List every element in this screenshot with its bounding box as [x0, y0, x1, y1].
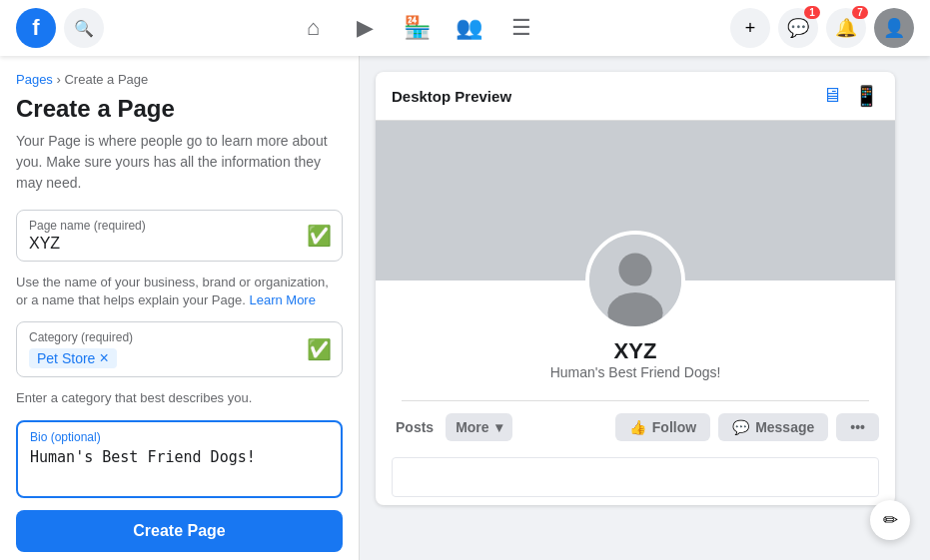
preview-icons: 🖥 📱: [822, 84, 879, 108]
category-tag-remove[interactable]: ×: [99, 350, 108, 366]
profile-avatar-button[interactable]: 👤: [874, 8, 914, 48]
notifications-badge: 7: [852, 6, 868, 19]
left-panel: Pages › Create a Page Create a Page Your…: [0, 56, 360, 560]
breadcrumb-pages-link[interactable]: Pages: [16, 72, 53, 87]
nav-center: ⌂ ▶ 🏪 👥 ☰: [290, 4, 545, 52]
bio-input-wrapper: Bio (optional) Human's Best Friend Dogs!: [16, 420, 343, 498]
page-name-check-icon: ✅: [307, 224, 332, 248]
nav-left: f 🔍: [16, 8, 104, 48]
edit-icon: ✏: [883, 509, 898, 531]
plus-icon: +: [745, 18, 756, 39]
svg-point-1: [618, 253, 651, 285]
page-title: Create a Page: [16, 95, 343, 123]
preview-body: XYZ Human's Best Friend Dogs! Posts More…: [376, 121, 895, 497]
mobile-preview-icon[interactable]: 📱: [854, 84, 879, 108]
menu-nav-button[interactable]: ☰: [497, 4, 545, 52]
page-description: Your Page is where people go to learn mo…: [16, 131, 343, 194]
messenger-button[interactable]: 💬 1: [778, 8, 818, 48]
follow-button[interactable]: 👍 Follow: [615, 413, 710, 441]
people-nav-button[interactable]: 👥: [446, 4, 493, 52]
category-label: Category (required): [29, 330, 330, 344]
search-icon: 🔍: [74, 19, 94, 38]
preview-page-bio: Human's Best Friend Dogs!: [550, 364, 721, 380]
more-dots-icon: •••: [850, 419, 865, 435]
category-group: Category (required) Pet Store × ✅: [16, 321, 343, 377]
menu-icon: ☰: [511, 15, 531, 41]
preview-divider: [402, 400, 869, 401]
home-icon: ⌂: [307, 15, 320, 41]
more-chevron-icon: ▾: [495, 419, 502, 435]
main-layout: Pages › Create a Page Create a Page Your…: [0, 0, 930, 560]
preview-search-bar: [392, 457, 879, 497]
message-button[interactable]: 💬 Message: [718, 413, 828, 441]
marketplace-nav-button[interactable]: 🏪: [394, 4, 442, 52]
category-tag: Pet Store ×: [29, 348, 117, 368]
posts-tab[interactable]: Posts: [392, 413, 438, 441]
message-label: Message: [755, 419, 814, 435]
breadcrumb: Pages › Create a Page: [16, 72, 343, 87]
store-icon: 🏪: [404, 15, 431, 41]
avatar: 👤: [874, 8, 914, 48]
desktop-preview-icon[interactable]: 🖥: [822, 84, 842, 108]
home-nav-button[interactable]: ⌂: [290, 4, 338, 52]
bell-icon: 🔔: [835, 17, 857, 39]
video-nav-button[interactable]: ▶: [342, 4, 390, 52]
search-button[interactable]: 🔍: [64, 8, 104, 48]
video-icon: ▶: [357, 15, 374, 41]
nav-right: + 💬 1 🔔 7 👤: [730, 8, 914, 48]
messenger-badge: 1: [804, 6, 820, 19]
category-input-wrapper: Category (required) Pet Store × ✅: [16, 321, 343, 377]
notifications-button[interactable]: 🔔 7: [826, 8, 866, 48]
category-hint: Enter a category that best describes you…: [16, 389, 343, 407]
learn-more-link[interactable]: Learn More: [249, 292, 315, 307]
profile-avatar-svg: [589, 231, 681, 330]
more-label: More: [456, 419, 488, 435]
bio-input[interactable]: Human's Best Friend Dogs!: [30, 448, 329, 484]
preview-header: Desktop Preview 🖥 📱: [376, 72, 895, 121]
bio-label: Bio (optional): [30, 430, 329, 444]
preview-card: Desktop Preview 🖥 📱: [376, 72, 895, 505]
edit-fab[interactable]: ✏: [870, 500, 910, 540]
page-name-label: Page name (required): [29, 219, 330, 233]
profile-picture: [585, 231, 685, 330]
preview-title: Desktop Preview: [392, 88, 511, 105]
page-name-group: Page name (required) ✅: [16, 210, 343, 262]
page-name-hint: Use the name of your business, brand or …: [16, 274, 343, 309]
follow-label: Follow: [652, 419, 696, 435]
profile-area: XYZ Human's Best Friend Dogs!: [376, 280, 895, 396]
preview-page-name: XYZ: [614, 338, 657, 364]
messenger-icon: 💬: [787, 17, 809, 39]
category-check-icon: ✅: [307, 337, 332, 361]
message-icon: 💬: [732, 419, 749, 435]
people-icon: 👥: [456, 15, 482, 41]
more-button[interactable]: More ▾: [446, 413, 511, 441]
page-name-input[interactable]: [29, 235, 330, 253]
top-navigation: f 🔍 ⌂ ▶ 🏪 👥 ☰ + 💬 1 🔔 7: [0, 0, 930, 56]
page-name-input-wrapper: Page name (required) ✅: [16, 210, 343, 262]
facebook-logo: f: [16, 8, 56, 48]
more-actions-button[interactable]: •••: [836, 413, 879, 441]
right-panel: Desktop Preview 🖥 📱: [360, 56, 930, 560]
follow-icon: 👍: [629, 419, 646, 435]
category-tag-label: Pet Store: [37, 350, 95, 366]
breadcrumb-current: Create a Page: [64, 72, 148, 87]
preview-actions: Posts More ▾ 👍 Follow 💬 Message: [376, 405, 895, 449]
create-page-button[interactable]: Create Page: [16, 510, 343, 552]
create-button[interactable]: +: [730, 8, 770, 48]
profile-pic-wrapper: [585, 231, 685, 330]
